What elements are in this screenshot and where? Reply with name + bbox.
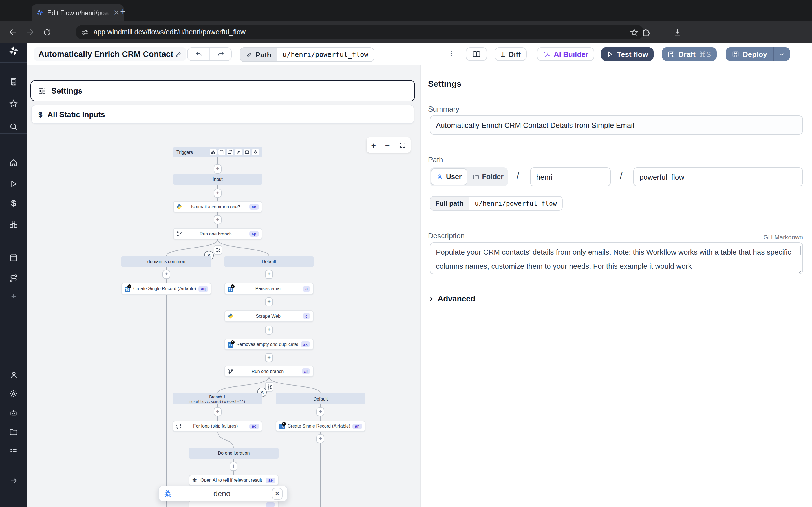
undo-icon[interactable] — [188, 48, 210, 60]
add-step-button[interactable]: + — [214, 215, 221, 224]
sidebar-item-user[interactable] — [0, 368, 27, 381]
step-node-create-single-record-2[interactable]: TS Create Single Record (Airtable) an — [276, 421, 365, 432]
tab-title: Edit Flow u/henri/powerful_flo — [47, 9, 109, 16]
settings-card[interactable]: Settings — [31, 80, 415, 101]
do-one-iteration-header[interactable]: Do one iteration — [189, 448, 278, 459]
sidebar-item-flows[interactable] — [0, 272, 27, 285]
sidebar-item-add[interactable]: + — [0, 289, 27, 302]
description-textarea[interactable]: Populate your CRM contacts' details from… — [430, 242, 803, 274]
branch-header-domain-is-common[interactable]: domain is common — [121, 256, 211, 267]
advanced-toggle[interactable]: Advanced — [428, 294, 475, 303]
step-node-for-loop[interactable]: For loop (skip failures) ac — [172, 421, 262, 432]
add-step-button[interactable]: + — [316, 434, 324, 443]
back-icon[interactable] — [4, 24, 21, 41]
step-node-run-one-branch-2[interactable]: Run one branch al — [224, 365, 313, 377]
sidebar-item-runs[interactable] — [0, 177, 27, 190]
step-node-run-one-branch[interactable]: Run one branch ap — [173, 228, 262, 239]
path-button[interactable]: Path u/henri/powerful_flow — [240, 47, 374, 62]
git-branch-icon — [228, 369, 234, 374]
schedule-icon[interactable] — [218, 149, 225, 156]
triggers-node[interactable]: Triggers — [173, 147, 262, 157]
branch-header-default[interactable]: Default — [224, 256, 313, 267]
url-bar[interactable]: app.windmill.dev/flows/edit/u/henri/powe… — [75, 25, 644, 40]
reload-icon[interactable] — [38, 24, 55, 41]
websocket-icon[interactable] — [235, 149, 242, 156]
owner-input[interactable] — [530, 167, 611, 186]
forward-icon[interactable] — [21, 24, 38, 41]
add-step-button[interactable]: + — [316, 407, 324, 416]
diff-button[interactable]: ± Diff — [495, 47, 527, 61]
step-node-openai[interactable]: ✻ Open AI to tell if relevant result ae — [189, 475, 278, 486]
sidebar-item-home[interactable] — [0, 156, 27, 170]
user-toggle[interactable]: User — [431, 168, 467, 185]
redo-icon[interactable] — [210, 48, 231, 60]
sidebar-item-workers[interactable] — [0, 406, 27, 420]
sidebar-item-settings[interactable] — [0, 387, 27, 400]
add-step-button[interactable]: + — [265, 297, 273, 306]
step-node-is-email[interactable]: Is email a common one? ao — [173, 201, 262, 212]
flow-edges — [27, 65, 420, 507]
sidebar-item-variables[interactable]: $ — [0, 196, 27, 210]
zoom-in-icon[interactable]: + — [371, 140, 376, 150]
close-icon[interactable]: ✕ — [272, 488, 283, 499]
add-step-button[interactable]: + — [214, 189, 221, 198]
folder-toggle[interactable]: Folder — [467, 168, 509, 185]
draft-button[interactable]: Draft ⌘S — [662, 47, 717, 61]
add-step-button[interactable]: + — [214, 407, 221, 416]
add-branch-icon[interactable] — [214, 245, 222, 255]
sidebar-item-logs[interactable] — [0, 445, 27, 458]
sidebar-item-search[interactable] — [0, 120, 27, 133]
input-node[interactable]: Input — [173, 174, 262, 185]
windmill-logo[interactable] — [0, 44, 27, 57]
summary-input[interactable] — [430, 115, 803, 135]
test-flow-button[interactable]: Test flow — [601, 47, 654, 61]
add-step-button[interactable]: + — [265, 353, 273, 362]
sidebar-item-folders[interactable] — [0, 425, 27, 439]
step-id-badge: ap — [249, 231, 259, 237]
more-options-icon[interactable] — [447, 48, 455, 59]
flow-name-input[interactable] — [633, 167, 803, 186]
step-node-removes-empty[interactable]: TS Removes empty and duplicates ak — [224, 339, 313, 350]
path-button-left: Path — [240, 48, 277, 61]
new-tab-button[interactable]: + — [120, 6, 126, 17]
fit-view-icon[interactable] — [399, 142, 406, 149]
site-settings-icon[interactable] — [81, 29, 89, 36]
branch-header-default-2[interactable]: Default — [276, 393, 365, 404]
sidebar-item-workspace[interactable] — [0, 75, 27, 89]
textarea-scrollbar[interactable] — [800, 246, 801, 255]
zoom-out-icon[interactable]: − — [385, 140, 390, 150]
graph-zoom-toolbar: + − — [366, 137, 410, 153]
sidebar-item-resources[interactable] — [0, 217, 27, 231]
edit-pencil-icon[interactable] — [175, 51, 182, 57]
sidebar-expand-icon[interactable] — [0, 474, 27, 487]
url-text[interactable]: app.windmill.dev/flows/edit/u/henri/powe… — [94, 28, 625, 36]
add-step-button[interactable]: + — [230, 462, 238, 471]
deploy-button[interactable]: Deploy — [726, 50, 773, 58]
webhook-icon[interactable] — [210, 149, 216, 156]
branch-header-branch-1[interactable]: Branch 1 results.c.some((x)=>x!="") — [172, 393, 262, 404]
step-node-scrape-web[interactable]: Scrape Web c — [224, 311, 313, 322]
route-icon[interactable] — [227, 149, 234, 156]
step-node-create-single-record[interactable]: TS Create Single Record (Airtable) aq — [121, 283, 211, 295]
browser-tab[interactable]: Edit Flow u/henri/powerful_flo ✕ — [32, 4, 124, 21]
add-branch-icon[interactable] — [265, 382, 273, 392]
path-label: Path — [428, 156, 443, 164]
all-static-inputs-card[interactable]: $ All Static Inputs — [31, 105, 414, 124]
step-node-parses-email[interactable]: TS Parses email a — [224, 283, 313, 295]
add-step-button[interactable]: + — [265, 326, 273, 335]
add-step-button[interactable]: + — [265, 270, 273, 279]
kafka-icon[interactable] — [252, 149, 259, 156]
extensions-icon[interactable] — [637, 24, 654, 41]
docs-button[interactable] — [466, 47, 487, 61]
flow-title[interactable]: Automatically Enrich CRM Contact — [34, 47, 186, 61]
sidebar-item-favorites[interactable] — [0, 97, 27, 110]
resize-grip-icon[interactable] — [797, 269, 801, 273]
add-step-button[interactable]: + — [162, 270, 170, 279]
email-icon[interactable] — [244, 149, 250, 156]
ai-builder-button[interactable]: AI Builder — [537, 47, 595, 61]
deploy-dropdown-chevron[interactable] — [774, 51, 790, 57]
download-icon[interactable] — [669, 24, 686, 41]
add-step-button[interactable]: + — [214, 165, 221, 173]
tab-close-icon[interactable]: ✕ — [113, 9, 119, 16]
sidebar-item-schedules[interactable] — [0, 251, 27, 264]
